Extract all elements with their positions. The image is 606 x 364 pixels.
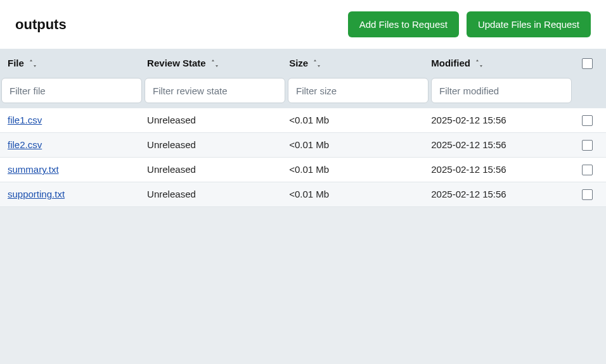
column-header-modified-label: Modified [431, 58, 470, 68]
modified-cell: 2025-02-12 15:56 [431, 115, 506, 125]
size-cell: <0.01 Mb [289, 115, 329, 125]
column-header-size[interactable]: Size [289, 58, 321, 68]
file-link[interactable]: file2.csv [8, 139, 42, 150]
column-header-modified[interactable]: Modified [431, 58, 483, 68]
table-row: file2.csv Unreleased <0.01 Mb 2025-02-12… [0, 133, 606, 158]
size-cell: <0.01 Mb [289, 164, 329, 175]
column-header-review-state[interactable]: Review State [147, 58, 219, 68]
modified-cell: 2025-02-12 15:56 [431, 164, 506, 175]
page-title: outputs [15, 16, 67, 33]
column-header-size-label: Size [289, 58, 308, 68]
filter-modified-input[interactable] [431, 78, 572, 103]
sort-icon [475, 59, 483, 68]
size-cell: <0.01 Mb [289, 189, 329, 199]
file-link[interactable]: supporting.txt [8, 189, 65, 199]
table-row: supporting.txt Unreleased <0.01 Mb 2025-… [0, 182, 606, 207]
row-checkbox[interactable] [582, 140, 593, 151]
update-files-button[interactable]: Update Files in Request [467, 11, 591, 37]
button-group: Add Files to Request Update Files in Req… [348, 11, 591, 37]
modified-cell: 2025-02-12 15:56 [431, 139, 506, 150]
sort-icon [211, 59, 219, 68]
column-header-review-label: Review State [147, 58, 206, 68]
sort-icon [29, 59, 37, 68]
add-files-button[interactable]: Add Files to Request [348, 11, 459, 37]
filter-review-input[interactable] [145, 78, 285, 103]
sort-icon [313, 59, 321, 68]
row-checkbox[interactable] [582, 165, 593, 175]
column-header-file[interactable]: File [8, 58, 37, 68]
table-row: file1.csv Unreleased <0.01 Mb 2025-02-12… [0, 108, 606, 133]
size-cell: <0.01 Mb [289, 139, 329, 150]
file-table: File Review State Size [0, 49, 606, 207]
column-header-file-label: File [8, 58, 24, 68]
review-state-cell: Unreleased [147, 164, 196, 175]
filter-file-input[interactable] [1, 78, 142, 103]
review-state-cell: Unreleased [147, 139, 196, 150]
row-checkbox[interactable] [582, 189, 593, 200]
filter-row [0, 78, 606, 108]
file-link[interactable]: summary.txt [8, 164, 59, 175]
review-state-cell: Unreleased [147, 115, 196, 125]
review-state-cell: Unreleased [147, 189, 196, 199]
filter-size-input[interactable] [288, 78, 429, 103]
top-bar: outputs Add Files to Request Update File… [0, 0, 606, 49]
modified-cell: 2025-02-12 15:56 [431, 189, 506, 199]
select-all-checkbox[interactable] [582, 58, 593, 69]
row-checkbox[interactable] [582, 115, 593, 126]
table-header-row: File Review State Size [0, 49, 606, 78]
file-link[interactable]: file1.csv [8, 115, 42, 125]
table-row: summary.txt Unreleased <0.01 Mb 2025-02-… [0, 158, 606, 182]
